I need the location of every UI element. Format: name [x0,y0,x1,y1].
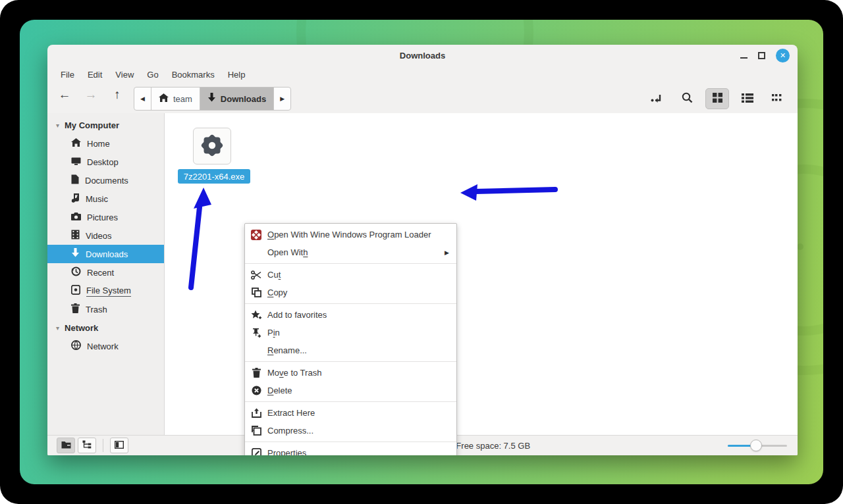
sidebar-item-label: Music [86,194,108,204]
menu-item-cut[interactable]: Cut [245,266,456,284]
menu-separator [245,361,456,362]
search-icon [682,92,693,105]
music-note-icon [71,193,80,205]
breadcrumb-segment-downloads[interactable]: Downloads [200,88,273,110]
sidebar-section-network[interactable]: ▾ Network [47,318,164,337]
sidebar-item-label: Downloads [86,249,128,259]
search-button[interactable] [675,88,699,109]
menu-help[interactable]: Help [221,67,252,82]
menu-file[interactable]: File [54,67,81,82]
menu-separator [245,303,456,304]
sidebar: ▾ My Computer Home Desktop Documents [47,113,165,435]
zoom-slider[interactable] [728,445,787,447]
sidebar-item-label: Desktop [87,157,119,167]
menu-item-copy[interactable]: Copy [245,284,456,301]
sidebar-item-pictures[interactable]: Pictures [47,208,164,226]
sidebar-section-label: My Computer [65,120,119,130]
extract-icon [245,408,267,418]
statusbar-separator [103,439,103,452]
window-title: Downloads [47,51,798,61]
up-button[interactable]: ↑ [109,88,126,102]
close-button[interactable]: ✕ [776,49,790,63]
sidebar-toggle-icon [115,441,124,451]
menu-item-move-to-trash[interactable]: Move to Trash [245,364,456,382]
menu-item-open-with-wine[interactable]: Open With Wine Windows Program Loader [245,226,456,243]
sidebar-item-downloads[interactable]: Downloads [47,245,164,263]
maximize-button[interactable] [758,52,765,59]
show-places-button[interactable] [57,438,75,453]
zoom-slider-handle[interactable] [750,440,762,451]
recent-clock-icon [71,266,81,278]
list-view-icon [742,93,753,105]
file-manager-window: Downloads ✕ File Edit View Go Bookmarks … [47,45,798,455]
sidebar-item-label: File System [86,286,131,297]
breadcrumb-scroll-left[interactable]: ◀ [134,88,151,110]
sidebar-item-label: Network [87,341,119,351]
sidebar-item-label: Trash [86,305,107,315]
sidebar-item-label: Pictures [87,213,118,222]
menu-item-rename[interactable]: Rename... [245,341,456,359]
icon-view-button[interactable] [705,88,729,109]
breadcrumb-segment-team[interactable]: team [151,88,200,110]
compress-icon [245,426,267,436]
toggle-location-entry-button[interactable] [645,88,668,109]
menu-item-open-with[interactable]: Open With ▶ [245,243,456,261]
menu-item-pin[interactable]: Pin [245,324,456,341]
menu-item-properties[interactable]: Properties [245,444,456,455]
expander-triangle-icon[interactable]: ▾ [56,122,59,129]
list-view-button[interactable] [736,88,759,109]
home-icon [71,138,81,149]
sidebar-item-recent[interactable]: Recent [47,263,164,282]
file-view[interactable]: 7z2201-x64.exe Open With Wine Windows Pr… [165,113,798,435]
sidebar-item-label: Documents [85,176,128,186]
menu-bookmarks[interactable]: Bookmarks [165,67,221,82]
minimize-button[interactable] [740,57,748,59]
sidebar-item-network[interactable]: Network [47,337,164,355]
menu-item-add-to-favorites[interactable]: Add to favorites [245,306,456,324]
sidebar-section-my-computer[interactable]: ▾ My Computer [47,116,164,134]
file-name-label[interactable]: 7z2201-x64.exe [178,169,250,184]
star-plus-icon [245,310,267,320]
sidebar-item-label: Home [87,139,110,149]
expander-triangle-icon[interactable]: ▾ [56,324,59,332]
show-treeview-button[interactable] [78,438,96,453]
file-icon-7z2201-x64[interactable] [193,128,231,164]
menu-view[interactable]: View [109,67,140,82]
menu-item-extract-here[interactable]: Extract Here [245,404,456,422]
home-icon [159,93,169,105]
sidebar-item-label: Recent [87,268,114,278]
compact-view-button[interactable] [766,88,790,109]
sidebar-section-label: Network [65,323,98,333]
trash-icon [71,303,80,315]
sidebar-item-videos[interactable]: Videos [47,226,164,245]
breadcrumb-scroll-right[interactable]: ▶ [273,88,290,110]
menu-item-compress[interactable]: Compress... [245,422,456,440]
menu-go[interactable]: Go [140,67,165,82]
menu-item-delete[interactable]: Delete [245,382,456,399]
gear-executable-icon [200,134,224,159]
sidebar-item-documents[interactable]: Documents [47,171,164,189]
back-button[interactable]: ← [56,88,73,102]
treeview-icon [82,440,92,451]
menu-separator [245,263,456,264]
download-arrow-icon [71,248,80,260]
sidebar-item-home[interactable]: Home [47,134,164,153]
sidebar-item-music[interactable]: Music [47,189,164,208]
menu-edit[interactable]: Edit [81,67,109,82]
menu-separator [245,401,456,402]
breadcrumb: ◀ team Downloads ▶ [134,87,291,111]
toggle-sidebar-button[interactable] [110,438,128,453]
menu-separator [245,441,456,442]
context-menu: Open With Wine Windows Program Loader Op… [244,223,457,455]
copy-icon [245,288,267,297]
document-icon [71,174,79,186]
submenu-arrow-icon: ▶ [445,249,456,256]
menubar: File Edit View Go Bookmarks Help [47,66,798,84]
sidebar-item-trash[interactable]: Trash [47,300,164,318]
scissors-icon [245,270,267,280]
sidebar-item-file-system[interactable]: File System [47,282,164,300]
places-folder-icon [61,441,71,451]
titlebar[interactable]: Downloads ✕ [47,45,798,66]
forward-button[interactable]: → [82,88,99,102]
sidebar-item-desktop[interactable]: Desktop [47,153,164,171]
